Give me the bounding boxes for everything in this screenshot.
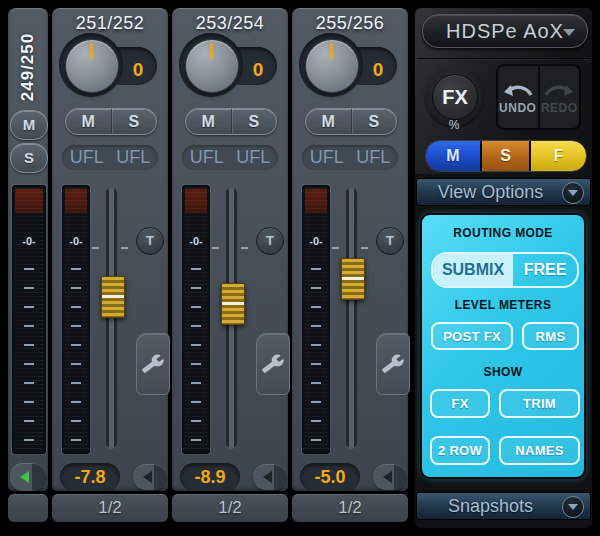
collapse-button[interactable] (373, 464, 407, 490)
channel-settings-button[interactable] (136, 333, 170, 395)
control-room-panel: HDSPe AoX FX % UNDO REDO M (415, 8, 592, 528)
meter-tick (71, 363, 81, 365)
divider (417, 58, 590, 59)
channel-settings-button[interactable] (256, 333, 290, 395)
meter-tick (311, 268, 321, 270)
meter-tick (24, 420, 34, 422)
routing-mode-segment: SUBMIX FREE (431, 252, 579, 288)
ufl-display: UFL UFL (62, 145, 158, 170)
mute-button[interactable]: M (186, 109, 231, 134)
device-selector[interactable]: HDSPe AoX (422, 14, 588, 48)
mute-button[interactable]: M (66, 109, 111, 134)
meter-tick (191, 420, 201, 422)
gain-knob-value[interactable]: 0 (362, 58, 394, 82)
green-left-triangle-icon (20, 471, 29, 483)
collapse-button[interactable] (133, 464, 167, 490)
channel-name-label: 255/256 (292, 13, 408, 34)
fader-gain-display[interactable]: -8.9 (180, 463, 240, 491)
two-row-button[interactable]: 2 ROW (430, 436, 490, 465)
fader-group-button[interactable]: F (531, 141, 586, 171)
channel-strip-253-254: 253/254 0 M S UFL UFL -0- T -8.9 (172, 8, 288, 491)
post-fx-button[interactable]: POST FX (431, 322, 513, 350)
gain-knob[interactable] (185, 39, 239, 93)
view-options-panel: ROUTING MODE SUBMIX FREE LEVEL METERS PO… (420, 213, 586, 479)
zero-tick (92, 247, 99, 249)
meter-tick (311, 401, 321, 403)
channel-output-assign[interactable]: 1/2 (172, 494, 288, 522)
view-options-header[interactable]: View Options (416, 178, 591, 206)
submix-button[interactable]: SUBMIX (433, 254, 513, 286)
show-fx-button[interactable]: FX (430, 389, 490, 418)
zero-tick (241, 247, 248, 249)
channel-output-assign[interactable]: 1/2 (292, 494, 408, 522)
meter-tick (71, 268, 81, 270)
mute-button[interactable]: M (10, 110, 48, 140)
solo-button[interactable]: S (231, 109, 277, 134)
ufl-display: UFL UFL (302, 145, 398, 170)
global-mute-button[interactable]: M (426, 141, 480, 171)
fader-cap[interactable] (101, 276, 125, 318)
fader-cap[interactable] (221, 283, 245, 325)
channel-settings-button[interactable] (376, 333, 410, 395)
global-solo-button[interactable]: S (480, 141, 531, 171)
meter-tick (24, 306, 34, 308)
solo-button[interactable]: S (351, 109, 397, 134)
wrench-icon (141, 352, 166, 377)
mute-button[interactable]: M (306, 109, 351, 134)
meter-tick (191, 325, 201, 327)
collapse-button[interactable] (253, 464, 287, 490)
channel-strip-251-252: 251/252 0 M S UFL UFL -0- T -7.8 (52, 8, 168, 491)
gain-knob-value[interactable]: 0 (122, 58, 154, 82)
expand-circle-button[interactable] (562, 496, 584, 518)
fader-gain-display[interactable]: -7.8 (60, 463, 120, 491)
trim-button[interactable]: T (136, 227, 164, 255)
fader-gain-display[interactable]: -5.0 (300, 463, 360, 491)
mute-solo-group: M S (185, 108, 277, 135)
trim-button[interactable]: T (256, 227, 284, 255)
channel-output-assign[interactable]: 1/2 (52, 494, 168, 522)
fader-track[interactable] (346, 188, 357, 448)
fader-cap[interactable] (341, 258, 365, 300)
undo-button[interactable]: UNDO (498, 66, 538, 128)
meter-clip-zone (305, 189, 327, 213)
device-name: HDSPe AoX (446, 20, 564, 43)
rms-button[interactable]: RMS (522, 322, 579, 350)
names-button[interactable]: NAMES (499, 436, 580, 465)
gain-knob-value[interactable]: 0 (242, 58, 274, 82)
fader-track[interactable] (106, 188, 117, 448)
wrench-icon (261, 352, 286, 377)
expand-button[interactable] (10, 463, 46, 491)
zero-tick (361, 247, 368, 249)
channel-strip-249-250: 249/250 M S -0- (8, 8, 48, 491)
meter-tick (71, 401, 81, 403)
mute-solo-group: M S (65, 108, 157, 135)
left-strip-footer (8, 494, 48, 522)
level-meters-title: LEVEL METERS (422, 298, 584, 312)
channel-name-label: 253/254 (172, 13, 288, 34)
redo-button[interactable]: REDO (538, 66, 580, 128)
fx-knob[interactable]: FX (432, 74, 478, 120)
gain-knob[interactable] (305, 39, 359, 93)
meter-tick (24, 382, 34, 384)
channel-name-label: 251/252 (52, 13, 168, 34)
meter-tick (24, 363, 34, 365)
ufl-display: UFL UFL (182, 145, 278, 170)
meter-tick (71, 287, 81, 289)
channel-name-label: 249/250 (18, 33, 38, 101)
collapse-circle-button[interactable] (562, 182, 584, 204)
show-trim-button[interactable]: TRIM (499, 389, 580, 418)
meter-tick (311, 420, 321, 422)
solo-button[interactable]: S (111, 109, 157, 134)
meter-tick (71, 306, 81, 308)
meter-zero-label: -0- (13, 235, 45, 247)
solo-button[interactable]: S (10, 143, 48, 173)
totalmix-window: 249/250 M S -0- 251/252 0 M S UFL UFL -0… (0, 0, 600, 536)
snapshots-header[interactable]: Snapshots (416, 492, 591, 520)
level-meter: -0- (182, 185, 210, 454)
trim-button[interactable]: T (376, 227, 404, 255)
gain-knob[interactable] (65, 39, 119, 93)
free-button[interactable]: FREE (513, 254, 577, 286)
meter-tick (311, 306, 321, 308)
channel-name-rotated: 249/250 (8, 16, 48, 118)
level-meter: -0- (302, 185, 330, 454)
